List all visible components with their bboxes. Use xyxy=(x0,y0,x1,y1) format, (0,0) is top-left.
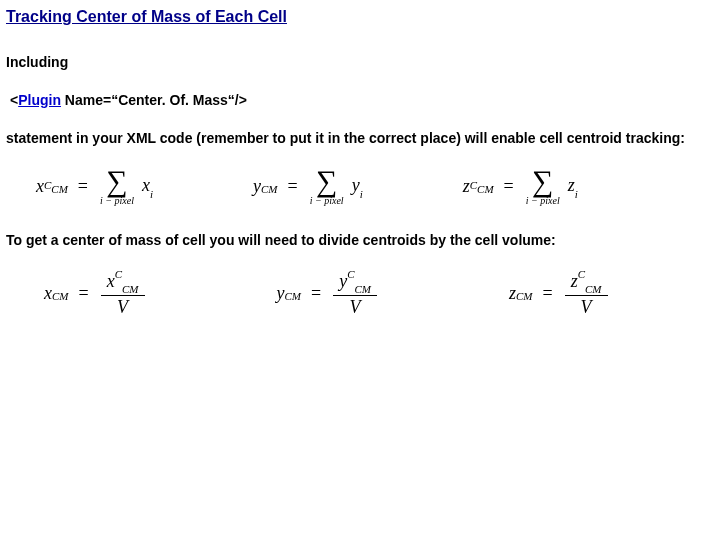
var-x2: x xyxy=(44,283,52,304)
equals-sign-z: = xyxy=(504,176,514,197)
var-zi-i: i xyxy=(575,188,578,200)
frac-z: zCCM V xyxy=(565,270,608,318)
eq-ycm: yCM = yCCM V xyxy=(277,270,380,318)
eq-zc-lhs: zCCM xyxy=(463,176,494,197)
num-z-c: C xyxy=(578,268,585,280)
var-y: y xyxy=(253,176,261,197)
code-lt: < xyxy=(10,92,18,108)
para-after-code: statement in your XML code (remember to … xyxy=(6,130,710,148)
sigma-x: ∑ i − pixel xyxy=(100,167,134,206)
eq-yc-lhs: yCM xyxy=(253,176,278,197)
sup-c: C xyxy=(44,179,51,191)
eq-xcm: xCM = xCCM V xyxy=(44,270,147,318)
equals-sign-y: = xyxy=(288,176,298,197)
para-divide: To get a center of mass of cell you will… xyxy=(6,232,710,250)
var-x: x xyxy=(36,176,44,197)
frac-bar-x xyxy=(101,295,145,296)
sub-cm-y2: CM xyxy=(285,290,302,302)
sub-cm: CM xyxy=(51,183,68,195)
para-including: Including xyxy=(6,54,710,72)
sigma-symbol-y: ∑ xyxy=(316,167,337,194)
var-z: z xyxy=(463,176,470,197)
sup-c-z: C xyxy=(470,179,477,191)
code-rest: Name=“Center. Of. Mass“/> xyxy=(61,92,247,108)
plugin-token: Plugin xyxy=(18,92,61,108)
equals-sign: = xyxy=(78,176,88,197)
frac-y-num: yCCM xyxy=(333,270,377,294)
eq-zcm-lhs: zCM xyxy=(509,283,533,304)
slide-root: Tracking Center of Mass of Each Cell Inc… xyxy=(0,0,720,540)
eq-xc-rhs: xi xyxy=(142,175,153,198)
var-yi-y: y xyxy=(352,175,360,195)
frac-x: xCCM V xyxy=(101,270,145,318)
eq-ycm-lhs: yCM xyxy=(277,283,302,304)
num-z-cm: CM xyxy=(585,283,602,295)
equals-sign-y2: = xyxy=(311,283,321,304)
equation-row-centroids: xCCM = ∑ i − pixel xi yCM = ∑ i − pixel … xyxy=(36,167,710,206)
eq-zcm: zCM = zCCM V xyxy=(509,270,610,318)
eq-yc: yCM = ∑ i − pixel yi xyxy=(253,167,363,206)
var-y2: y xyxy=(277,283,285,304)
frac-x-num: xCCM xyxy=(101,270,145,294)
num-y: y xyxy=(339,271,347,291)
sigma-limit-z: i − pixel xyxy=(526,196,560,206)
equals-sign-x2: = xyxy=(79,283,89,304)
sub-cm-z2: CM xyxy=(516,290,533,302)
sigma-y: ∑ i − pixel xyxy=(310,167,344,206)
sigma-symbol-z: ∑ xyxy=(532,167,553,194)
var-xi-i: i xyxy=(150,188,153,200)
var-zi-z: z xyxy=(568,175,575,195)
frac-z-den: V xyxy=(575,298,598,318)
var-z2: z xyxy=(509,283,516,304)
eq-xc-lhs: xCCM xyxy=(36,176,68,197)
sigma-z: ∑ i − pixel xyxy=(526,167,560,206)
sub-cm-z: CM xyxy=(477,183,494,195)
slide-title: Tracking Center of Mass of Each Cell xyxy=(6,8,710,26)
eq-zc: zCCM = ∑ i − pixel zi xyxy=(463,167,578,206)
num-x: x xyxy=(107,271,115,291)
frac-x-den: V xyxy=(111,298,134,318)
sigma-symbol: ∑ xyxy=(106,167,127,194)
sub-cm-x2: CM xyxy=(52,290,69,302)
sigma-limit: i − pixel xyxy=(100,196,134,206)
num-x-cm: CM xyxy=(122,283,139,295)
var-yi-i: i xyxy=(360,188,363,200)
var-xi-x: x xyxy=(142,175,150,195)
frac-y-den: V xyxy=(344,298,367,318)
sub-cm-y: CM xyxy=(261,183,278,195)
eq-xcm-lhs: xCM xyxy=(44,283,69,304)
num-y-cm: CM xyxy=(355,283,372,295)
frac-bar-y xyxy=(333,295,377,296)
eq-yc-rhs: yi xyxy=(352,175,363,198)
equals-sign-z2: = xyxy=(543,283,553,304)
plugin-code-line: <Plugin Name=“Center. Of. Mass“/> xyxy=(6,92,710,108)
num-z: z xyxy=(571,271,578,291)
eq-xc: xCCM = ∑ i − pixel xi xyxy=(36,167,153,206)
frac-z-num: zCCM xyxy=(565,270,608,294)
equation-row-com: xCM = xCCM V yCM = yCCM V xyxy=(44,270,710,318)
num-x-c: C xyxy=(115,268,122,280)
sigma-limit-y: i − pixel xyxy=(310,196,344,206)
frac-bar-z xyxy=(565,295,608,296)
num-y-c: C xyxy=(347,268,354,280)
frac-y: yCCM V xyxy=(333,270,377,318)
eq-zc-rhs: zi xyxy=(568,175,578,198)
